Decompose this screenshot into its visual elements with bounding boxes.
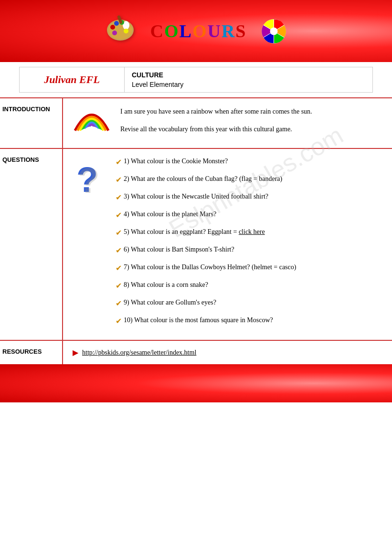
question-text-8: 8) What colour is a corn snake? (124, 280, 208, 290)
checkmark-5: ✔ (116, 227, 122, 239)
question-text-4: 4) What colour is the planet Mars? (124, 209, 216, 219)
questions-section: QUESTIONS ? ? (0, 148, 392, 340)
questions-content: ? ? ✔ 1) What colour is the Cookie Monst… (73, 156, 382, 333)
julivan-logo: Julivan EFL (44, 74, 100, 86)
click-here-link[interactable]: click here (239, 228, 265, 235)
rainbow-image (73, 105, 111, 141)
resources-section: RESOURCES ▶ http://pbskids.org/sesame/le… (0, 340, 392, 364)
question-text-6: 6) What colour is Bart Simpson's T-shirt… (124, 244, 234, 254)
intro-para-2: Revise all the vocabulary from this year… (120, 123, 312, 135)
category-label: CULTURE (132, 71, 365, 79)
question-item-1: ✔ 1) What colour is the Cookie Monster? (116, 156, 382, 168)
header: COLOURS (0, 0, 392, 62)
palette-icon (105, 13, 136, 50)
checkmark-1: ✔ (116, 157, 122, 168)
question-text-1: 1) What colour is the Cookie Monster? (124, 156, 228, 166)
question-text-5: 5) What colour is an eggplant? Eggplant … (124, 227, 265, 237)
rainbow-icon (73, 105, 111, 139)
checkmark-3: ✔ (116, 192, 122, 203)
checkmark-9: ✔ (116, 298, 122, 309)
introduction-body: I am sure you have seen a rainbow when a… (62, 98, 392, 148)
question-mark-icon: ? ? (73, 158, 101, 201)
question-item-4: ✔ 4) What colour is the planet Mars? (116, 209, 382, 221)
checkmark-7: ✔ (116, 263, 122, 274)
question-item-7: ✔ 7) What colour is the Dallas Cowboys H… (116, 262, 382, 274)
intro-content: I am sure you have seen a rainbow when a… (73, 105, 382, 141)
svg-point-3 (110, 25, 115, 30)
questions-label: QUESTIONS (0, 149, 62, 340)
question-mark-image: ? ? (73, 158, 106, 203)
checkmark-6: ✔ (116, 245, 122, 256)
question-text-7: 7) What colour is the Dallas Cowboys Hel… (124, 262, 296, 272)
resources-label: RESOURCES (0, 341, 62, 364)
questions-body: ? ? ✔ 1) What colour is the Cookie Monst… (62, 149, 392, 340)
info-table: Julivan EFL CULTURE Level Elementary (19, 67, 373, 93)
resources-body: ▶ http://pbskids.org/sesame/letter/index… (62, 341, 392, 364)
question-item-6: ✔ 6) What colour is Bart Simpson's T-shi… (116, 244, 382, 256)
checkmark-10: ✔ (116, 316, 122, 327)
question-item-3: ✔ 3) What colour is the Newcastle United… (116, 191, 382, 203)
question-item-5: ✔ 5) What colour is an eggplant? Eggplan… (116, 227, 382, 239)
question-text-10: 10) What colour is the most famous squar… (124, 315, 273, 325)
level-label: Level Elementary (132, 81, 365, 88)
questions-list: ✔ 1) What colour is the Cookie Monster? … (116, 156, 382, 333)
intro-para-1: I am sure you have seen a rainbow when a… (120, 105, 312, 117)
main-content: INTRODUCTION (0, 97, 392, 364)
color-wheel-icon (261, 18, 287, 44)
logo-cell: Julivan EFL (20, 67, 125, 92)
question-text-9: 9) What colour are Gollum's eyes? (124, 297, 216, 307)
page-title: COLOURS (150, 21, 247, 42)
svg-point-20 (85, 126, 98, 135)
introduction-label: INTRODUCTION (0, 98, 62, 148)
question-text-3: 3) What colour is the Newcastle United f… (124, 191, 268, 201)
question-item-8: ✔ 8) What colour is a corn snake? (116, 280, 382, 292)
info-cell: CULTURE Level Elementary (125, 67, 372, 92)
question-text-2: 2) What are the colours of the Cuban fla… (124, 174, 282, 184)
checkmark-2: ✔ (116, 174, 122, 186)
question-item-10: ✔ 10) What colour is the most famous squ… (116, 315, 382, 327)
question-item-2: ✔ 2) What are the colours of the Cuban f… (116, 174, 382, 186)
svg-point-4 (114, 21, 119, 26)
resource-arrow-icon: ▶ (73, 348, 78, 357)
svg-point-6 (124, 29, 128, 33)
intro-text: I am sure you have seen a rainbow when a… (120, 105, 312, 141)
svg-point-7 (112, 31, 117, 35)
resource-link[interactable]: http://pbskids.org/sesame/letter/index.h… (82, 349, 196, 357)
resources-content: ▶ http://pbskids.org/sesame/letter/index… (73, 348, 382, 357)
svg-text:?: ? (78, 161, 99, 200)
checkmark-4: ✔ (116, 210, 122, 221)
checkmark-8: ✔ (116, 280, 122, 292)
introduction-section: INTRODUCTION (0, 97, 392, 148)
footer (0, 364, 392, 402)
question-item-9: ✔ 9) What colour are Gollum's eyes? (116, 297, 382, 309)
